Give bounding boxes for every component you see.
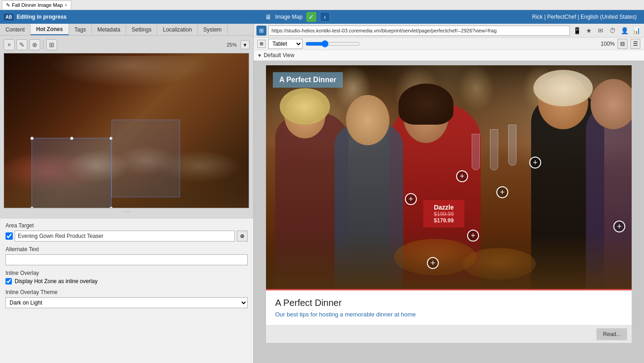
tablet-icon-button[interactable]: 📱 [572,26,582,36]
handle-tl[interactable] [30,137,34,140]
confirm-button[interactable]: ✓ [306,12,316,22]
red-highlight-line [266,289,632,290]
image-editor-area: × ✎ ⊕ ⊞ 25% ▼ [0,36,253,219]
article-subtext: Our best tips for hosting a memorable di… [275,311,623,318]
handle-br[interactable] [109,206,113,208]
handle-tm[interactable] [70,137,74,140]
person-far-right-head [591,79,632,129]
area-target-label: Area Target [5,222,248,229]
top-bar: AB Editing in progress 🖥 Image Map ✓ ‹ R… [0,10,644,24]
hotzone-selection-box[interactable] [32,138,112,208]
preview-zoom-slider[interactable] [305,40,360,47]
alternate-text-section: Alternate Text [5,246,248,265]
hotzone-plus-button-1[interactable]: + [405,193,417,205]
article-card: A Perfect Dinner Dazzle $199.99 $179.99 … [266,65,632,343]
alternate-text-label: Alternate Text [5,246,248,253]
person-red-hair [399,84,453,125]
tab-settings[interactable]: Settings [126,24,157,35]
zoom-dropdown-button[interactable]: ▼ [240,40,250,49]
product-price-new: $179.99 [429,217,459,224]
candle-light-3 [458,65,495,111]
tab-tags[interactable]: Tags [69,24,92,35]
target-hotzone-button[interactable]: ⊕ [29,39,40,50]
zoom-fit-button[interactable]: ⊞ [46,39,57,50]
mail-icon-button[interactable]: ✉ [596,26,606,36]
preview-toolbar: ⊞ Tablet Mobile Desktop 100% ⊟ ☰ [254,37,644,50]
hotzone-plus-button-5[interactable]: + [467,230,479,242]
properties-panel: Area Target ⊕ Alternate Text Inline Over… [0,219,253,363]
preview-expand-button[interactable]: ⊞ [257,40,266,48]
user-icon-button[interactable]: 👤 [619,26,629,36]
tab-hot-zones[interactable]: Hot Zones [31,24,69,35]
area-target-input[interactable] [15,231,235,242]
canvas-scroll-hint: · · · [4,208,250,215]
inline-overlay-theme-label: Inline Overlay Theme [5,289,248,295]
chandelier-hint [50,56,212,88]
inline-overlay-section: Inline Overlay Display Hot Zone as inlin… [5,270,248,284]
tab-metadata[interactable]: Metadata [92,24,126,35]
hotzone-plus-button-2[interactable]: + [456,170,468,182]
read-more-area: Read... [266,325,632,343]
tab-title: Fall Dinner Image Map [12,2,63,8]
person-right-1-hair [533,70,593,106]
person-2nd-head [346,95,389,145]
tab-fall-dinner[interactable]: ✎ Fall Dinner Image Map × [2,0,71,10]
zoom-control: 25% ▼ [225,40,250,49]
tab-system[interactable]: System [198,24,228,35]
product-name: Dazzle [429,204,459,211]
view-toggle-button-1[interactable]: ⊟ [617,39,628,49]
image-canvas[interactable] [4,53,249,208]
tab-close-button[interactable]: × [64,3,67,8]
person-left-hair [280,88,330,125]
main-layout: Content Hot Zones Tags Metadata Settings… [0,24,644,363]
article-heading: A Perfect Dinner [275,298,623,308]
display-inline-label: Display Hot Zone as inline overlay [15,278,97,284]
edit-hotzone-button[interactable]: ✎ [16,39,27,50]
wine-glass-3 [508,125,516,166]
editor-tabs: Content Hot Zones Tags Metadata Settings… [0,24,253,36]
tab-content[interactable]: Content [0,24,31,35]
hero-image-container: A Perfect Dinner Dazzle $199.99 $179.99 … [266,65,632,289]
top-bar-center: 🖥 Image Map ✓ ‹ [265,12,330,22]
delete-hotzone-button[interactable]: × [4,39,15,50]
zoom-display: 100% [601,41,615,47]
url-bar[interactable] [268,26,570,36]
hotzone-plus-button-3[interactable]: + [496,186,508,198]
default-view-bar: ▼ Default View [254,50,644,61]
editing-progress-label: Editing in progress [16,14,66,20]
tab-localization[interactable]: Localization [157,24,197,35]
hotzone-plus-button-7[interactable]: + [613,221,625,232]
area-target-checkbox[interactable] [5,232,13,240]
handle-bl[interactable] [30,206,34,208]
wine-glass-2 [490,129,498,170]
browser-bar: ⊞ 📱 ★ ✉ ⏱ 👤 📊 [254,24,644,37]
alternate-text-input[interactable] [5,254,248,265]
display-inline-checkbox[interactable] [5,278,12,284]
monitor-icon: 🖥 [265,13,271,21]
area-target-row: ⊕ [5,231,248,242]
browser-nav-button[interactable]: ⊞ [256,26,266,36]
area-target-section: Area Target ⊕ [5,222,248,242]
hotzone-plus-button-6[interactable]: + [427,257,439,269]
left-panel: Content Hot Zones Tags Metadata Settings… [0,24,254,363]
user-info: Rick | PerfectChef | English (United Sta… [528,10,640,24]
hotzone-box-2[interactable] [112,120,180,197]
tab-bar: ✎ Fall Dinner Image Map × [0,0,644,10]
display-inline-row: Display Hot Zone as inline overlay [5,278,248,284]
device-select[interactable]: Tablet Mobile Desktop [268,39,303,49]
back-button[interactable]: ‹ [320,12,330,22]
theme-select[interactable]: Dark on Light Light on Dark Custom [5,297,248,308]
image-map-label: Image Map [275,14,303,20]
area-target-link-button[interactable]: ⊕ [237,231,248,242]
right-panel: ⊞ 📱 ★ ✉ ⏱ 👤 📊 ⊞ Tablet Mobile Desktop 10… [254,24,644,363]
bookmark-icon-button[interactable]: ★ [584,26,594,36]
hotzone-plus-button-4[interactable]: + [529,157,541,168]
clock-icon-button[interactable]: ⏱ [607,26,617,36]
view-toggle-button-2[interactable]: ☰ [630,39,640,49]
chart-icon-button[interactable]: 📊 [631,26,641,36]
product-price-old: $199.99 [429,211,459,217]
wine-glass-1 [472,134,480,170]
toolbar-separator [43,40,43,49]
inline-overlay-label: Inline Overlay [5,270,248,276]
read-more-button[interactable]: Read... [596,328,627,340]
